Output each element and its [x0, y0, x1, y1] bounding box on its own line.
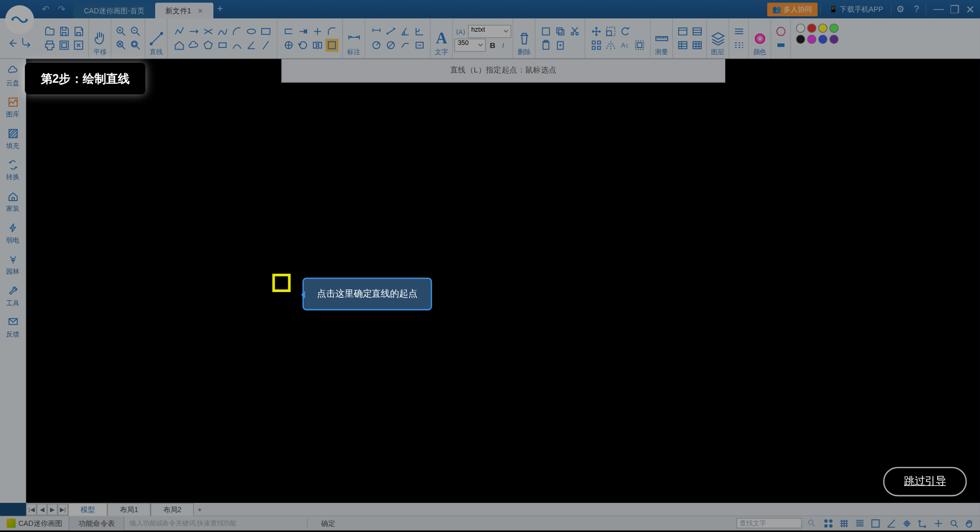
italic-button[interactable]: I	[499, 41, 507, 50]
sidebar-item-garden[interactable]: 园林	[6, 253, 19, 276]
linetype-icon[interactable]	[774, 25, 788, 38]
minimize-button[interactable]: —	[932, 3, 946, 16]
sidebar-item-cloud[interactable]: 云盘	[6, 64, 19, 88]
mirror-icon[interactable]	[311, 39, 324, 52]
paste-block-icon[interactable]	[553, 39, 567, 52]
download-app-link[interactable]: 📱下载手机APP	[823, 4, 888, 14]
area-icon[interactable]	[690, 25, 703, 38]
dim-aligned-icon[interactable]	[384, 25, 397, 38]
zoom-in-icon[interactable]	[114, 25, 128, 38]
paste-icon[interactable]	[539, 39, 552, 52]
save-icon[interactable]	[57, 25, 70, 38]
mirror2-icon[interactable]	[604, 39, 617, 52]
pan-icon[interactable]	[91, 30, 108, 46]
slash-icon[interactable]	[259, 39, 272, 52]
group-icon[interactable]	[633, 39, 646, 52]
color-wheel-icon[interactable]	[751, 30, 768, 46]
move-icon[interactable]	[590, 25, 603, 38]
statusbar-pan-hand-button[interactable]	[963, 517, 976, 529]
layout-nav-button[interactable]: ▶|	[58, 503, 68, 515]
polyline-icon[interactable]	[173, 25, 186, 38]
statusbar-ortho-button[interactable]	[869, 517, 882, 529]
export-icon[interactable]	[71, 39, 85, 52]
back-icon[interactable]	[6, 37, 19, 50]
layout-nav-button[interactable]: |◀	[26, 503, 37, 515]
list-icon[interactable]	[676, 39, 689, 52]
bold-button[interactable]: B	[487, 41, 498, 50]
trim-icon[interactable]	[311, 25, 324, 38]
text-tool-icon[interactable]: A	[433, 30, 450, 47]
tab-home[interactable]: CAD迷你画图-首页	[74, 3, 155, 18]
sidebar-item-gallery[interactable]: 图库	[6, 95, 19, 119]
circle-edit-icon[interactable]	[282, 39, 295, 52]
skip-tutorial-button[interactable]: 跳过引导	[883, 467, 967, 496]
rotate2-icon[interactable]	[618, 25, 631, 38]
function-list-button[interactable]: 功能命令表	[69, 516, 125, 530]
line-tool-icon[interactable]	[148, 30, 164, 46]
new-tab-button[interactable]: +	[213, 0, 227, 18]
zoom-out-icon[interactable]	[129, 25, 142, 38]
xline-icon[interactable]	[201, 25, 214, 38]
dim-diameter-icon[interactable]	[384, 39, 397, 52]
dim-radius-icon[interactable]	[370, 39, 383, 52]
layout-tab[interactable]: 布局2	[151, 502, 194, 516]
statusbar-grid2-button[interactable]	[853, 517, 866, 529]
layout-nav-button[interactable]: ◀	[37, 503, 47, 515]
search-text-input[interactable]: 查找文字	[737, 518, 802, 528]
house-icon[interactable]	[173, 39, 186, 52]
tab-newfile1[interactable]: 新文件1✕	[155, 3, 213, 18]
font-size-select[interactable]: 350	[454, 39, 486, 52]
color-swatch[interactable]	[807, 23, 816, 33]
rect-icon[interactable]	[259, 25, 272, 38]
sidebar-item-convert[interactable]: 转换	[6, 158, 19, 182]
dim-edit-icon[interactable]	[413, 39, 426, 52]
dimension-icon[interactable]	[346, 30, 362, 46]
statusbar-snap-button[interactable]	[822, 517, 835, 529]
print-icon[interactable]	[43, 39, 56, 52]
delete-icon[interactable]	[516, 30, 532, 46]
cloud-icon[interactable]	[187, 39, 200, 52]
table-icon[interactable]	[690, 39, 703, 52]
sidebar-item-home[interactable]: 家装	[6, 190, 19, 213]
open-icon[interactable]	[43, 25, 56, 38]
font-name-select[interactable]: hztxt	[468, 25, 511, 38]
dim-ordinate-icon[interactable]	[413, 25, 426, 38]
dim-linear-icon[interactable]	[370, 25, 383, 38]
arc-icon[interactable]	[230, 25, 243, 38]
offset-icon[interactable]	[282, 25, 295, 38]
help-button[interactable]: ?	[910, 3, 923, 16]
color-swatch[interactable]	[796, 23, 805, 33]
command-input[interactable]: 输入功能或命令关键词,快速查找功能	[125, 519, 308, 528]
layout-nav-button[interactable]: ▶	[47, 503, 58, 515]
statusbar-plus-button[interactable]	[932, 517, 945, 529]
dim-angular-icon[interactable]	[398, 25, 411, 38]
sidebar-item-tools[interactable]: 工具	[6, 284, 19, 308]
scale-icon[interactable]	[604, 25, 617, 38]
close-window-button[interactable]: ✕	[963, 3, 977, 16]
erase-icon[interactable]	[539, 25, 552, 38]
statusbar-polar-button[interactable]	[885, 517, 898, 529]
spline-icon[interactable]	[216, 25, 229, 38]
dist-icon[interactable]	[676, 25, 689, 38]
layout-tab[interactable]: 布局1	[107, 502, 151, 516]
color-swatch[interactable]	[829, 35, 839, 44]
extend-icon[interactable]	[296, 25, 309, 38]
layout-tab[interactable]: 模型	[68, 502, 107, 516]
sidebar-item-elec[interactable]: 弱电	[6, 221, 19, 245]
ray-icon[interactable]	[187, 25, 200, 38]
collab-button[interactable]: 👥多人协同	[767, 2, 818, 16]
sidebar-item-hatch[interactable]: 填充	[6, 127, 19, 151]
stretch-icon[interactable]: A↕	[618, 39, 631, 52]
color-swatch[interactable]	[796, 35, 805, 44]
saveas-icon[interactable]	[71, 25, 85, 38]
preview-icon[interactable]	[57, 39, 70, 52]
block-icon[interactable]	[325, 39, 338, 52]
sidebar-item-feedback[interactable]: 反馈	[6, 316, 19, 339]
close-icon[interactable]: ✕	[198, 7, 203, 14]
leader-icon[interactable]	[398, 39, 411, 52]
statusbar-grid1-button[interactable]	[837, 517, 850, 529]
restore-button[interactable]: ❐	[947, 3, 962, 16]
confirm-button[interactable]: 确定	[308, 518, 349, 528]
curve-icon[interactable]	[230, 39, 243, 52]
settings-button[interactable]: ⚙	[894, 3, 908, 16]
